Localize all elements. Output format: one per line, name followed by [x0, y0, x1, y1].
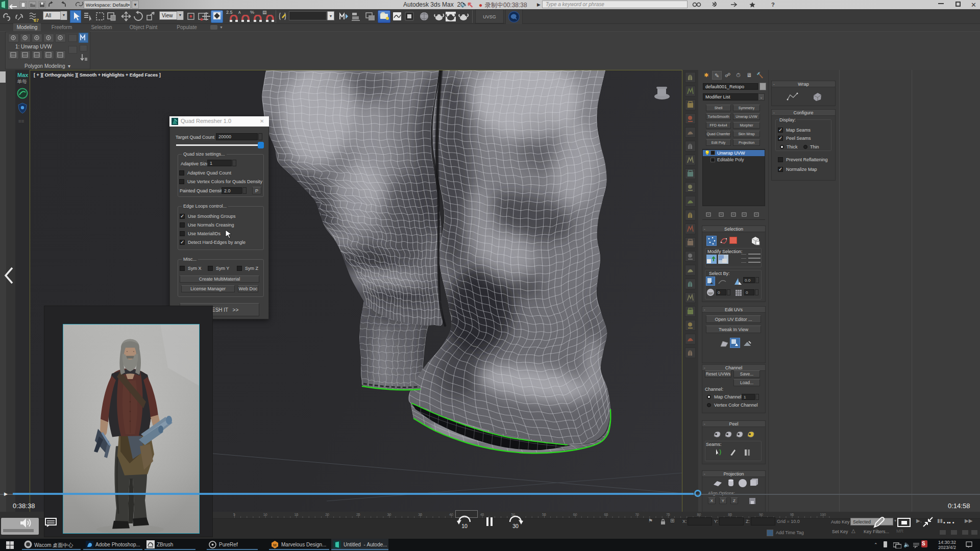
- svg-text:?: ?: [771, 2, 775, 8]
- svg-text:95: 95: [790, 513, 794, 516]
- svg-text:10: 10: [263, 513, 267, 516]
- svg-text:80: 80: [697, 513, 701, 516]
- svg-text:45: 45: [480, 513, 484, 516]
- svg-text:90: 90: [759, 513, 763, 516]
- svg-text:5: 5: [233, 513, 235, 516]
- svg-text:25: 25: [356, 513, 360, 516]
- svg-text:15: 15: [295, 513, 299, 516]
- svg-text:75: 75: [666, 513, 670, 516]
- svg-text:67: 67: [34, 18, 39, 23]
- svg-text:M: M: [273, 543, 277, 547]
- svg-text:30: 30: [387, 513, 391, 516]
- svg-text:55: 55: [542, 513, 546, 516]
- svg-text:40: 40: [449, 513, 453, 516]
- svg-text:35: 35: [418, 513, 422, 516]
- svg-text:60: 60: [573, 513, 577, 516]
- svg-text:85: 85: [728, 513, 732, 516]
- svg-text:70: 70: [635, 513, 639, 516]
- svg-text:20: 20: [325, 513, 329, 516]
- svg-text:10: 10: [461, 523, 468, 529]
- svg-text:30: 30: [512, 523, 519, 529]
- svg-text:100: 100: [820, 513, 826, 516]
- svg-text:65: 65: [604, 513, 608, 516]
